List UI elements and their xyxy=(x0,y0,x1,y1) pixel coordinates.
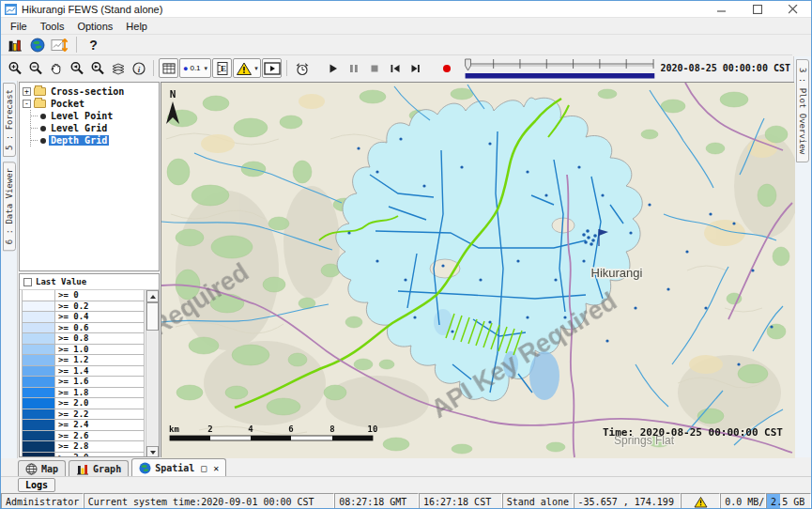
minimize-button[interactable] xyxy=(704,1,740,17)
legend-row[interactable]: >= 0.8 xyxy=(22,333,145,345)
help-button[interactable]: ? xyxy=(84,35,103,54)
app-icon xyxy=(5,4,17,15)
layers-button[interactable] xyxy=(108,58,128,78)
tab-plot-overview[interactable]: 3 : Plot Overview xyxy=(796,59,809,162)
last-value-checkbox[interactable] xyxy=(23,278,32,286)
legend-color-swatch xyxy=(22,312,55,322)
tree-item-level-point[interactable]: Level Point xyxy=(31,110,159,122)
pan-hand-button[interactable] xyxy=(46,58,66,78)
database-viewer-button[interactable] xyxy=(5,35,24,54)
svg-text:10: 10 xyxy=(368,424,378,434)
legend-row[interactable]: >= 1.6 xyxy=(22,377,145,388)
record-button[interactable] xyxy=(437,58,456,78)
svg-text:i: i xyxy=(137,64,140,73)
tree-item-cross-section[interactable]: + Cross-section xyxy=(23,85,159,98)
legend-row[interactable]: >= 2.4 xyxy=(22,420,145,431)
map-display-button[interactable] xyxy=(27,35,47,54)
tree-item-level-grid[interactable]: Level Grid xyxy=(31,122,159,134)
legend-row-label: >= 0.8 xyxy=(55,333,145,344)
legend-row[interactable]: >= 0.4 xyxy=(22,312,145,323)
legend-color-swatch xyxy=(22,355,55,365)
close-button[interactable] xyxy=(775,1,811,17)
legend-row[interactable]: >= 0.6 xyxy=(22,323,145,334)
svg-text:2: 2 xyxy=(207,424,212,434)
zoom-previous-button[interactable] xyxy=(67,58,86,78)
status-system-time: Current system time:2020-09-01 00:00 CST xyxy=(84,493,334,509)
legend-row[interactable]: >= 2.6 xyxy=(22,431,145,442)
tab-map[interactable]: Map xyxy=(18,460,66,476)
status-user: Administrator xyxy=(1,493,84,509)
layers-tree-panel: + Cross-section - Pocket Level Point Lev… xyxy=(19,82,160,271)
menu-file[interactable]: File xyxy=(4,20,34,33)
legend-row-label: >= 1.0 xyxy=(55,345,145,355)
legend-row[interactable]: >= 2.0 xyxy=(22,398,145,409)
toolbar-separator xyxy=(76,37,77,53)
longitudinal-profile-button[interactable]: E xyxy=(212,58,232,78)
tab-data-viewer[interactable]: 6 : Data Viewer xyxy=(3,162,16,251)
legend-row[interactable]: >= 1.0 xyxy=(22,345,145,356)
tree-children: Level Point Level Grid Depth Grid xyxy=(30,110,159,147)
arrow-up-icon xyxy=(150,295,156,299)
animation-export-button[interactable] xyxy=(262,58,282,78)
thresholds-dropdown[interactable]: ▾ xyxy=(233,58,261,78)
tab-spatial[interactable]: Spatial □ ✕ xyxy=(131,458,226,476)
tab-maximize-icon[interactable]: □ xyxy=(201,463,207,473)
skip-to-end-button[interactable] xyxy=(406,58,425,78)
scrollbar-thumb[interactable] xyxy=(146,302,159,331)
zoom-out-button[interactable] xyxy=(25,58,45,78)
legend-color-swatch xyxy=(22,377,55,387)
folder-icon xyxy=(34,87,46,96)
legend-row[interactable]: >= 0 xyxy=(22,290,145,301)
map-canvas[interactable]: API Key Required API Key Required N Hiku… xyxy=(161,82,794,457)
timeseries-dialog-button[interactable] xyxy=(50,35,69,54)
legend-row[interactable]: >= 2.8 xyxy=(22,441,145,453)
slider-date-label: 2020-08-25 00:00:00 CST xyxy=(661,63,790,73)
tree-item-label-selected: Depth Grid xyxy=(49,135,109,146)
bar-chart-icon xyxy=(76,463,89,475)
scroll-down-button[interactable] xyxy=(146,446,159,457)
grid-display-button[interactable] xyxy=(159,58,178,78)
stop-button[interactable] xyxy=(364,58,384,78)
maximize-button[interactable] xyxy=(740,1,775,17)
info-button[interactable]: i xyxy=(129,58,148,78)
animation-speed-button[interactable] xyxy=(292,58,312,78)
legend-color-swatch xyxy=(22,398,55,409)
scroll-up-button[interactable] xyxy=(146,290,159,302)
menu-tools[interactable]: Tools xyxy=(34,20,71,33)
tab-map-label: Map xyxy=(41,464,58,474)
legend-row-label: >= 2.8 xyxy=(55,441,145,452)
town-label: Hikurangi xyxy=(591,266,643,280)
expand-icon[interactable]: + xyxy=(23,87,31,96)
logs-tab[interactable]: Logs xyxy=(18,478,55,492)
menu-options[interactable]: Options xyxy=(70,20,119,33)
zoom-in-button[interactable] xyxy=(5,58,24,78)
legend-row[interactable]: >= 1.2 xyxy=(22,355,145,366)
title-bar: Hikurangi FEWS (Stand alone) xyxy=(1,1,811,18)
application-window: Hikurangi FEWS (Stand alone) File Tools … xyxy=(0,0,812,509)
collapse-icon[interactable]: - xyxy=(23,100,31,108)
tab-close-icon[interactable]: ✕ xyxy=(213,463,219,473)
bottom-tab-bar: Map Graph Spatial □ ✕ xyxy=(1,458,811,477)
play-button[interactable] xyxy=(323,58,343,78)
tree-item-depth-grid[interactable]: Depth Grid xyxy=(31,134,159,147)
pause-button[interactable] xyxy=(344,58,363,78)
legend-row[interactable]: >= 1.8 xyxy=(22,388,145,399)
tab-graph[interactable]: Graph xyxy=(69,460,129,476)
tree-connector xyxy=(31,128,38,129)
time-slider[interactable] xyxy=(465,56,655,81)
tab-forecast[interactable]: 5 : Forecast xyxy=(3,83,16,157)
legend-row[interactable]: >= 0.2 xyxy=(22,301,145,313)
tab-graph-label: Graph xyxy=(93,464,121,474)
legend-scrollbar[interactable] xyxy=(146,290,159,457)
tree-item-pocket[interactable]: - Pocket xyxy=(23,98,159,110)
legend-row[interactable]: >= 2.2 xyxy=(22,409,145,421)
zoom-next-button[interactable] xyxy=(87,58,107,78)
svg-text:km: km xyxy=(169,424,179,434)
contour-scale-dropdown[interactable]: ● 0.1 ▾ xyxy=(179,58,211,78)
status-warning[interactable] xyxy=(681,493,720,509)
skip-to-start-button[interactable] xyxy=(385,58,405,78)
toolbar-separator xyxy=(153,60,154,76)
legend-row[interactable]: >= 3.0 xyxy=(22,453,145,458)
menu-help[interactable]: Help xyxy=(119,20,154,33)
legend-row[interactable]: >= 1.4 xyxy=(22,366,145,378)
